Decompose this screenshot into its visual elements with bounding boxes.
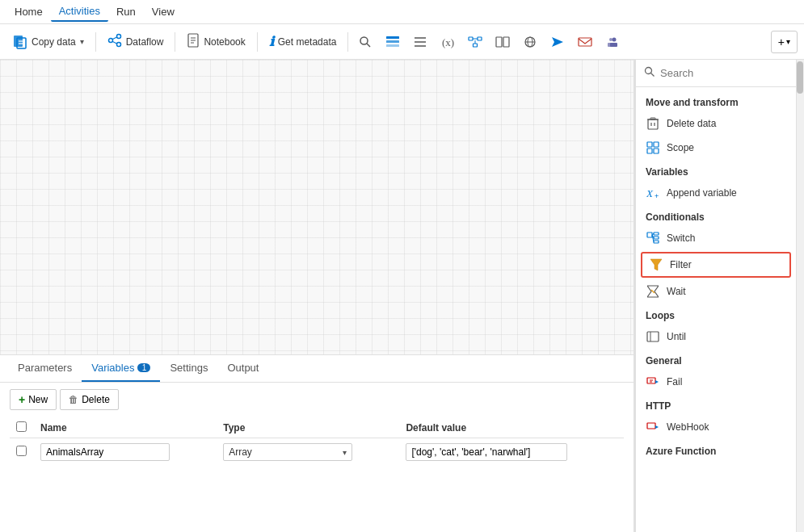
tab-output-label: Output xyxy=(227,362,259,374)
panel-item-delete-data[interactable]: Delete data xyxy=(636,111,796,136)
globe-button[interactable] xyxy=(518,30,542,54)
panel-item-switch[interactable]: Switch xyxy=(636,226,796,250)
name-input[interactable] xyxy=(40,443,170,461)
default-value-input[interactable] xyxy=(406,443,567,461)
webhook-label: WebHook xyxy=(667,421,709,433)
svg-rect-48 xyxy=(654,149,659,153)
svg-marker-32 xyxy=(552,37,563,47)
notebook-button[interactable]: Notebook xyxy=(180,29,251,54)
new-button-label: New xyxy=(28,394,48,405)
svg-point-4 xyxy=(108,39,112,43)
bottom-content: + New 🗑 Delete Name xyxy=(0,383,634,532)
panel-item-fail[interactable]: Fail xyxy=(636,370,796,394)
menu-home[interactable]: Home xyxy=(6,2,51,21)
send-button[interactable] xyxy=(545,30,570,54)
get-metadata-label: Get metadata xyxy=(278,36,337,48)
tab-settings-label: Settings xyxy=(170,362,208,374)
panel-content: Move and transform Delete data xyxy=(636,87,796,532)
svg-rect-67 xyxy=(647,423,655,429)
split-button[interactable] xyxy=(490,30,515,54)
dataflow-button[interactable]: Dataflow xyxy=(101,29,170,54)
type-dropdown[interactable]: Array ▾ xyxy=(223,443,352,461)
svg-marker-58 xyxy=(650,259,662,270)
http-header: HTTP xyxy=(636,394,796,415)
tab-settings[interactable]: Settings xyxy=(160,355,217,382)
svg-rect-46 xyxy=(654,142,659,147)
expression-button[interactable]: (x) xyxy=(436,30,460,54)
wait-label: Wait xyxy=(667,286,686,297)
notebook-icon xyxy=(187,33,200,50)
until-label: Until xyxy=(667,331,686,342)
svg-text:(x): (x) xyxy=(442,36,454,48)
svg-rect-45 xyxy=(647,142,652,147)
svg-rect-47 xyxy=(647,149,652,153)
dataflow-icon xyxy=(107,33,122,50)
panel-item-filter[interactable]: Filter xyxy=(641,252,791,278)
svg-line-8 xyxy=(112,42,116,44)
toolbar-sep-4 xyxy=(347,32,348,52)
row-checkbox-cell xyxy=(10,438,34,467)
tab-parameters[interactable]: Parameters xyxy=(8,355,82,382)
search-toolbar-button[interactable] xyxy=(353,30,377,54)
azure-function-header: Azure Function xyxy=(636,439,796,460)
type-column-header: Type xyxy=(217,418,399,438)
table-row: Array ▾ xyxy=(10,438,624,467)
panel-item-append-variable[interactable]: X + Append variable xyxy=(636,181,796,205)
svg-point-13 xyxy=(360,37,368,44)
add-activity-button[interactable]: + ▾ xyxy=(771,31,798,53)
svg-rect-61 xyxy=(647,332,659,341)
copy-data-icon xyxy=(13,35,27,49)
delete-data-label: Delete data xyxy=(667,118,716,129)
svg-text:+: + xyxy=(655,192,659,199)
svg-rect-17 xyxy=(386,44,399,47)
panel-item-scope[interactable]: Scope xyxy=(636,136,796,160)
diagram-button[interactable] xyxy=(463,30,487,54)
layers-button[interactable] xyxy=(381,30,405,54)
tab-variables[interactable]: Variables 1 xyxy=(82,355,160,382)
delete-variable-button[interactable]: 🗑 Delete xyxy=(60,389,119,410)
copy-data-dropdown-icon: ▾ xyxy=(80,37,84,46)
menu-bar: Home Activities Run View xyxy=(0,0,804,24)
teams-button[interactable] xyxy=(600,30,625,54)
name-column-header: Name xyxy=(34,418,217,438)
svg-rect-28 xyxy=(503,37,509,47)
panel-item-wait[interactable]: Wait xyxy=(636,279,796,304)
svg-rect-33 xyxy=(579,38,591,46)
fail-label: Fail xyxy=(667,376,682,387)
svg-rect-44 xyxy=(650,118,655,119)
new-variable-button[interactable]: + New xyxy=(10,389,57,410)
general-header: General xyxy=(636,349,796,370)
panel-item-webhook[interactable]: WebHook xyxy=(636,415,796,439)
filter-icon xyxy=(649,258,663,272)
menu-view[interactable]: View xyxy=(144,2,183,21)
row-select-checkbox[interactable] xyxy=(16,446,27,456)
scroll-track[interactable] xyxy=(796,60,804,532)
dataflow-label: Dataflow xyxy=(126,36,164,48)
panel-item-until[interactable]: Until xyxy=(636,325,796,349)
get-metadata-button[interactable]: ℹ Get metadata xyxy=(263,30,343,53)
menu-activities[interactable]: Activities xyxy=(51,2,108,22)
search-box xyxy=(636,60,796,87)
svg-marker-68 xyxy=(655,425,659,429)
toolbar-sep-2 xyxy=(175,32,175,52)
menu-run[interactable]: Run xyxy=(108,2,144,21)
svg-rect-15 xyxy=(386,36,399,39)
mail-button[interactable] xyxy=(573,30,597,54)
toolbar: Copy data ▾ Dataflow Notebook xyxy=(0,24,804,60)
canvas-workspace[interactable] xyxy=(0,60,634,354)
svg-line-39 xyxy=(651,73,655,77)
list-button[interactable] xyxy=(408,30,432,54)
until-icon xyxy=(646,329,660,344)
select-all-header xyxy=(10,418,34,438)
variables-badge: 1 xyxy=(137,363,150,372)
tab-output[interactable]: Output xyxy=(217,355,268,382)
svg-rect-51 xyxy=(647,232,652,237)
search-input[interactable] xyxy=(660,67,796,79)
select-all-checkbox[interactable] xyxy=(16,421,27,432)
type-dropdown-arrow: ▾ xyxy=(343,448,347,457)
type-cell: Array ▾ xyxy=(217,438,399,467)
svg-rect-22 xyxy=(469,37,473,40)
scroll-thumb xyxy=(797,61,803,94)
copy-data-button[interactable]: Copy data ▾ xyxy=(6,31,91,53)
svg-rect-27 xyxy=(496,37,502,47)
